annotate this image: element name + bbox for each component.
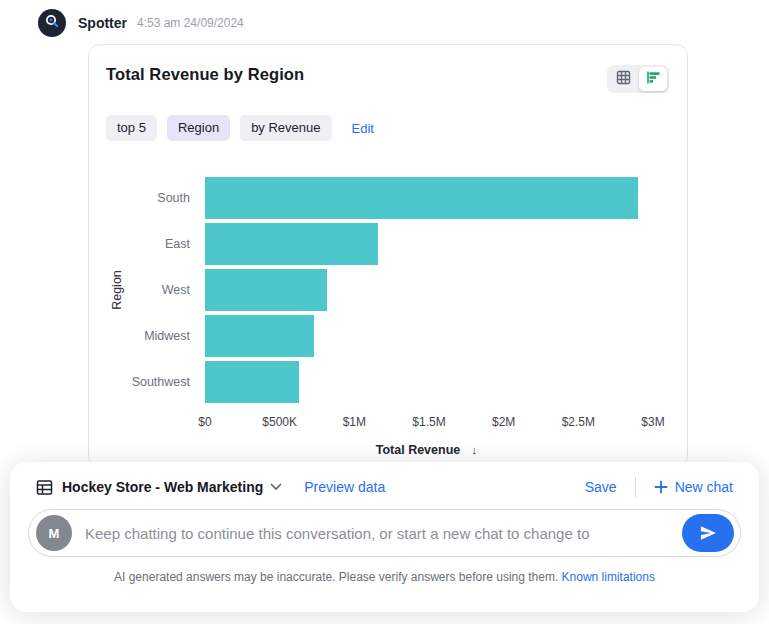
bar-track <box>205 269 653 311</box>
known-limitations-link[interactable]: Known limitations <box>562 570 655 584</box>
datasource-row: Hockey Store - Web Marketing Preview dat… <box>10 462 759 497</box>
bar-track <box>205 315 653 357</box>
chevron-down-icon[interactable] <box>270 483 282 491</box>
chart-rows: SouthEastWestMidwestSouthwest <box>89 175 653 405</box>
bar-chart-view-button[interactable] <box>639 67 667 91</box>
chat-input-container: M <box>28 509 741 557</box>
viz-toggle <box>607 65 669 93</box>
token-chip-by-revenue[interactable]: by Revenue <box>240 115 331 141</box>
chart-row: Southwest <box>89 359 653 405</box>
x-tick-label: $2M <box>492 415 515 429</box>
bar-east[interactable] <box>205 223 378 265</box>
table-icon <box>616 70 631 88</box>
datasource-name[interactable]: Hockey Store - Web Marketing <box>62 479 263 495</box>
bar-track <box>205 361 653 403</box>
bar-chart-icon <box>646 70 661 88</box>
category-label: Southwest <box>89 375 205 389</box>
y-axis-label: Region <box>110 270 124 310</box>
token-chip-region[interactable]: Region <box>167 115 230 141</box>
x-tick-label: $3M <box>641 415 664 429</box>
token-chip-top5[interactable]: top 5 <box>106 115 157 141</box>
worksheet-icon <box>36 479 53 496</box>
edit-query-link[interactable]: Edit <box>352 121 374 136</box>
card-header: Total Revenue by Region <box>89 45 687 93</box>
x-tick-label: $500K <box>262 415 297 429</box>
chart-title: Total Revenue by Region <box>106 65 304 84</box>
bar-midwest[interactable] <box>205 315 314 357</box>
x-tick-label: $1M <box>343 415 366 429</box>
category-label: West <box>89 283 205 297</box>
category-label: East <box>89 237 205 251</box>
bar-chart: Region SouthEastWestMidwestSouthwest $0$… <box>89 175 687 458</box>
bar-track <box>205 223 653 265</box>
query-token-row: top 5 Region by Revenue Edit <box>89 93 687 141</box>
chat-input[interactable] <box>85 525 682 542</box>
save-button[interactable]: Save <box>585 479 617 495</box>
bar-track <box>205 177 653 219</box>
spotter-avatar <box>38 9 66 37</box>
user-avatar: M <box>36 515 72 551</box>
bar-south[interactable] <box>205 177 638 219</box>
spotter-spark-icon <box>44 13 60 33</box>
app-name: Spotter <box>78 15 127 31</box>
chart-row: West <box>89 267 653 313</box>
preview-data-link[interactable]: Preview data <box>304 479 385 495</box>
bar-southwest[interactable] <box>205 361 299 403</box>
vertical-divider <box>635 477 636 497</box>
x-axis-ticks: $0$500K$1M$1.5M$2M$2.5M$3M <box>205 415 653 430</box>
sort-descending-icon[interactable]: ↓ <box>466 442 482 458</box>
chart-row: South <box>89 175 653 221</box>
message-timestamp: 4:53 am 24/09/2024 <box>137 16 244 30</box>
disclaimer-text: AI generated answers may be inaccurate. … <box>114 570 558 584</box>
x-tick-label: $2.5M <box>562 415 595 429</box>
category-label: Midwest <box>89 329 205 343</box>
table-view-button[interactable] <box>609 67 637 91</box>
chart-row: East <box>89 221 653 267</box>
new-chat-button[interactable]: New chat <box>654 479 733 495</box>
category-label: South <box>89 191 205 205</box>
bar-west[interactable] <box>205 269 327 311</box>
x-tick-label: $1.5M <box>412 415 445 429</box>
send-button[interactable] <box>682 514 734 552</box>
new-chat-label: New chat <box>675 479 733 495</box>
x-axis-label-row: Total Revenue ↓ <box>205 442 653 458</box>
chart-row: Midwest <box>89 313 653 359</box>
send-icon <box>699 524 717 542</box>
x-tick-label: $0 <box>198 415 211 429</box>
answer-card: Total Revenue by Region <box>88 44 688 468</box>
disclaimer: AI generated answers may be inaccurate. … <box>10 570 759 584</box>
panel-actions: Save New chat <box>585 477 733 497</box>
x-axis-label: Total Revenue <box>376 443 461 457</box>
plus-icon <box>654 480 668 494</box>
message-header: Spotter 4:53 am 24/09/2024 <box>38 9 244 37</box>
chat-panel: Hockey Store - Web Marketing Preview dat… <box>10 462 759 612</box>
